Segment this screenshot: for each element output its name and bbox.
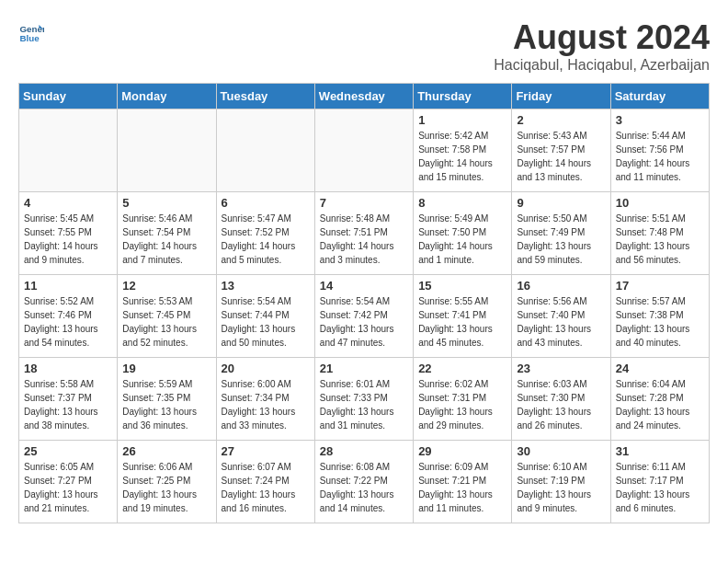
calendar-week-row: 1Sunrise: 5:42 AMSunset: 7:58 PMDaylight…	[19, 109, 710, 192]
day-number: 22	[418, 362, 506, 375]
calendar-cell: 5Sunrise: 5:46 AMSunset: 7:54 PMDaylight…	[118, 192, 216, 275]
calendar-week-row: 18Sunrise: 5:58 AMSunset: 7:37 PMDayligh…	[19, 358, 710, 441]
day-number: 24	[616, 362, 704, 375]
day-info: Sunrise: 6:08 AMSunset: 7:22 PMDaylight:…	[320, 460, 408, 515]
day-number: 9	[517, 196, 605, 210]
calendar-week-row: 11Sunrise: 5:52 AMSunset: 7:46 PMDayligh…	[19, 275, 710, 358]
day-of-week-header: Thursday	[414, 84, 512, 109]
calendar-cell: 18Sunrise: 5:58 AMSunset: 7:37 PMDayligh…	[19, 358, 118, 441]
day-number: 12	[122, 279, 210, 293]
day-number: 31	[616, 444, 704, 458]
calendar-cell	[19, 109, 118, 192]
day-info: Sunrise: 6:07 AMSunset: 7:24 PMDaylight:…	[222, 460, 310, 515]
calendar-cell: 15Sunrise: 5:55 AMSunset: 7:41 PMDayligh…	[414, 275, 512, 358]
day-number: 18	[24, 362, 112, 375]
day-info: Sunrise: 6:10 AMSunset: 7:19 PMDaylight:…	[517, 460, 605, 515]
calendar-cell: 22Sunrise: 6:02 AMSunset: 7:31 PMDayligh…	[414, 358, 512, 441]
day-info: Sunrise: 6:03 AMSunset: 7:30 PMDaylight:…	[517, 377, 605, 432]
day-of-week-header: Monday	[118, 84, 216, 109]
calendar-cell: 3Sunrise: 5:44 AMSunset: 7:56 PMDaylight…	[610, 109, 709, 192]
day-number: 8	[418, 196, 506, 210]
logo: General Blue	[18, 18, 44, 44]
calendar-cell: 7Sunrise: 5:48 AMSunset: 7:51 PMDaylight…	[314, 192, 413, 275]
day-number: 16	[517, 279, 605, 293]
calendar-cell: 1Sunrise: 5:42 AMSunset: 7:58 PMDaylight…	[414, 109, 512, 192]
day-info: Sunrise: 5:59 AMSunset: 7:35 PMDaylight:…	[122, 377, 210, 432]
day-number: 14	[320, 279, 408, 293]
day-number: 7	[320, 196, 408, 210]
day-info: Sunrise: 5:56 AMSunset: 7:40 PMDaylight:…	[517, 294, 605, 350]
calendar-cell: 23Sunrise: 6:03 AMSunset: 7:30 PMDayligh…	[512, 358, 610, 441]
day-info: Sunrise: 6:02 AMSunset: 7:31 PMDaylight:…	[418, 377, 506, 432]
calendar-cell: 4Sunrise: 5:45 AMSunset: 7:55 PMDaylight…	[19, 192, 118, 275]
calendar-week-row: 4Sunrise: 5:45 AMSunset: 7:55 PMDaylight…	[19, 192, 710, 275]
day-info: Sunrise: 5:47 AMSunset: 7:52 PMDaylight:…	[222, 212, 310, 267]
calendar-header-row: SundayMondayTuesdayWednesdayThursdayFrid…	[19, 84, 710, 109]
calendar-cell: 11Sunrise: 5:52 AMSunset: 7:46 PMDayligh…	[19, 275, 118, 358]
calendar-week-row: 25Sunrise: 6:05 AMSunset: 7:27 PMDayligh…	[19, 441, 710, 523]
logo-icon: General Blue	[18, 18, 44, 44]
calendar-cell: 30Sunrise: 6:10 AMSunset: 7:19 PMDayligh…	[512, 441, 610, 523]
day-info: Sunrise: 6:04 AMSunset: 7:28 PMDaylight:…	[616, 377, 704, 432]
day-info: Sunrise: 5:46 AMSunset: 7:54 PMDaylight:…	[122, 212, 210, 267]
calendar-title: August 2024	[494, 18, 710, 57]
day-number: 23	[517, 362, 605, 375]
day-number: 2	[517, 113, 605, 127]
day-number: 27	[222, 444, 310, 458]
calendar-cell: 14Sunrise: 5:54 AMSunset: 7:42 PMDayligh…	[314, 275, 413, 358]
day-number: 6	[222, 196, 310, 210]
calendar-cell	[314, 109, 413, 192]
day-info: Sunrise: 5:51 AMSunset: 7:48 PMDaylight:…	[616, 212, 704, 267]
svg-text:Blue: Blue	[19, 33, 40, 43]
calendar-cell: 27Sunrise: 6:07 AMSunset: 7:24 PMDayligh…	[216, 441, 314, 523]
day-info: Sunrise: 5:52 AMSunset: 7:46 PMDaylight:…	[24, 294, 112, 350]
day-number: 11	[24, 279, 112, 293]
day-info: Sunrise: 6:00 AMSunset: 7:34 PMDaylight:…	[222, 377, 310, 432]
day-number: 1	[418, 113, 506, 127]
calendar-cell: 13Sunrise: 5:54 AMSunset: 7:44 PMDayligh…	[216, 275, 314, 358]
day-number: 17	[616, 279, 704, 293]
day-number: 20	[222, 362, 310, 375]
calendar-cell: 2Sunrise: 5:43 AMSunset: 7:57 PMDaylight…	[512, 109, 610, 192]
day-number: 25	[24, 444, 112, 458]
calendar-cell: 21Sunrise: 6:01 AMSunset: 7:33 PMDayligh…	[314, 358, 413, 441]
calendar-cell: 28Sunrise: 6:08 AMSunset: 7:22 PMDayligh…	[314, 441, 413, 523]
day-info: Sunrise: 5:53 AMSunset: 7:45 PMDaylight:…	[122, 294, 210, 350]
calendar-subtitle: Haciqabul, Haciqabul, Azerbaijan	[494, 57, 710, 74]
calendar-table: SundayMondayTuesdayWednesdayThursdayFrid…	[18, 83, 710, 523]
calendar-cell: 12Sunrise: 5:53 AMSunset: 7:45 PMDayligh…	[118, 275, 216, 358]
day-number: 10	[616, 196, 704, 210]
day-of-week-header: Wednesday	[314, 84, 413, 109]
calendar-cell: 16Sunrise: 5:56 AMSunset: 7:40 PMDayligh…	[512, 275, 610, 358]
day-info: Sunrise: 6:11 AMSunset: 7:17 PMDaylight:…	[616, 460, 704, 515]
day-info: Sunrise: 5:54 AMSunset: 7:44 PMDaylight:…	[222, 294, 310, 350]
calendar-cell: 20Sunrise: 6:00 AMSunset: 7:34 PMDayligh…	[216, 358, 314, 441]
day-of-week-header: Friday	[512, 84, 610, 109]
day-info: Sunrise: 5:55 AMSunset: 7:41 PMDaylight:…	[418, 294, 506, 350]
day-info: Sunrise: 5:42 AMSunset: 7:58 PMDaylight:…	[418, 129, 506, 184]
day-of-week-header: Tuesday	[216, 84, 314, 109]
day-info: Sunrise: 5:50 AMSunset: 7:49 PMDaylight:…	[517, 212, 605, 267]
day-number: 21	[320, 362, 408, 375]
day-number: 26	[122, 444, 210, 458]
day-info: Sunrise: 5:49 AMSunset: 7:50 PMDaylight:…	[418, 212, 506, 267]
day-number: 29	[418, 444, 506, 458]
calendar-body: 1Sunrise: 5:42 AMSunset: 7:58 PMDaylight…	[19, 109, 710, 523]
calendar-cell: 24Sunrise: 6:04 AMSunset: 7:28 PMDayligh…	[610, 358, 709, 441]
day-number: 19	[122, 362, 210, 375]
day-info: Sunrise: 5:45 AMSunset: 7:55 PMDaylight:…	[24, 212, 112, 267]
calendar-cell: 26Sunrise: 6:06 AMSunset: 7:25 PMDayligh…	[118, 441, 216, 523]
calendar-cell: 6Sunrise: 5:47 AMSunset: 7:52 PMDaylight…	[216, 192, 314, 275]
calendar-cell: 17Sunrise: 5:57 AMSunset: 7:38 PMDayligh…	[610, 275, 709, 358]
calendar-cell: 9Sunrise: 5:50 AMSunset: 7:49 PMDaylight…	[512, 192, 610, 275]
calendar-cell: 10Sunrise: 5:51 AMSunset: 7:48 PMDayligh…	[610, 192, 709, 275]
day-info: Sunrise: 5:54 AMSunset: 7:42 PMDaylight:…	[320, 294, 408, 350]
day-of-week-header: Sunday	[19, 84, 118, 109]
day-info: Sunrise: 5:48 AMSunset: 7:51 PMDaylight:…	[320, 212, 408, 267]
day-info: Sunrise: 5:43 AMSunset: 7:57 PMDaylight:…	[517, 129, 605, 184]
title-section: August 2024 Haciqabul, Haciqabul, Azerba…	[494, 18, 710, 74]
day-info: Sunrise: 6:01 AMSunset: 7:33 PMDaylight:…	[320, 377, 408, 432]
day-info: Sunrise: 6:09 AMSunset: 7:21 PMDaylight:…	[418, 460, 506, 515]
day-info: Sunrise: 6:06 AMSunset: 7:25 PMDaylight:…	[122, 460, 210, 515]
day-info: Sunrise: 5:58 AMSunset: 7:37 PMDaylight:…	[24, 377, 112, 432]
